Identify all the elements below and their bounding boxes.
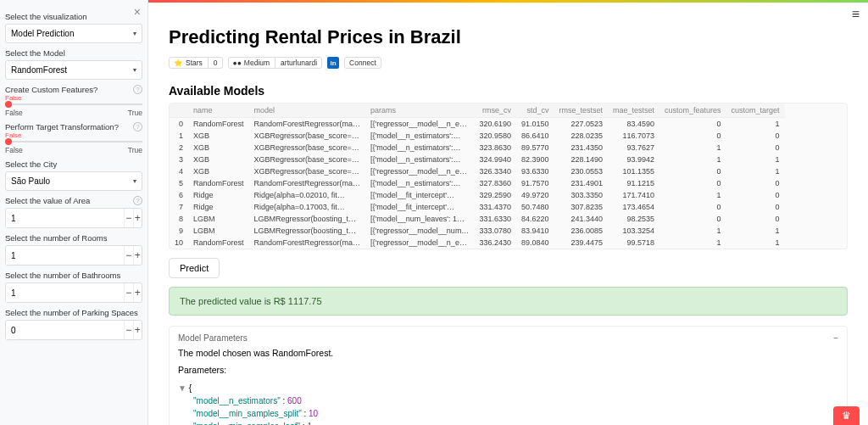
- models-table: namemodelparamsrmse_cvstd_cvrmse_testset…: [170, 103, 785, 249]
- rooms-label: Select the number of Rooms: [5, 233, 142, 243]
- main: ≡ Predicting Rental Prices in Brazil ⭐ S…: [148, 0, 868, 425]
- bath-label: Select the number of Bathrooms: [5, 271, 142, 280]
- minus-button[interactable]: −: [124, 246, 133, 265]
- models-heading: Available Models: [169, 84, 848, 98]
- table-row: 8LGBMLGBMRegressor(boosting_t…[{'model__…: [170, 213, 785, 225]
- model-params-panel: Model Parameters− The model chosen was R…: [169, 326, 848, 425]
- table-row: 1XGBXGBRegressor(base_score=…[{'model__n…: [170, 130, 785, 142]
- trans-label: Perform Target Transformation??: [5, 122, 142, 131]
- feat-slider[interactable]: False: [5, 97, 142, 109]
- table-row: 3XGBXGBRegressor(base_score=…[{'model__n…: [170, 154, 785, 165]
- panel-params-label: Parameters:: [178, 365, 838, 375]
- plus-button[interactable]: +: [133, 209, 142, 227]
- rooms-input[interactable]: [6, 247, 124, 265]
- viz-select[interactable]: Model Prediction▾: [5, 24, 142, 43]
- help-icon[interactable]: ?: [133, 196, 142, 205]
- plus-button[interactable]: +: [133, 321, 142, 339]
- bath-stepper[interactable]: −+: [5, 282, 142, 303]
- linkedin-icon[interactable]: in: [327, 57, 339, 69]
- models-table-wrap: namemodelparamsrmse_cvstd_cvrmse_testset…: [169, 103, 848, 249]
- table-row: 4XGBXGBRegressor(base_score=…[{'regresso…: [170, 165, 785, 177]
- minus-button[interactable]: −: [124, 209, 133, 227]
- trans-slider[interactable]: False: [5, 134, 142, 146]
- park-stepper[interactable]: −+: [5, 320, 142, 340]
- connect-badge[interactable]: Connect: [344, 57, 381, 69]
- page-title: Predicting Rental Prices in Brazil: [169, 26, 848, 48]
- panel-chosen: The model chosen was RandomForest.: [178, 348, 838, 358]
- table-row: 7RidgeRidge(alpha=0.17003, fit…[{'model_…: [170, 201, 785, 213]
- park-label: Select the number of Parking Spaces: [5, 308, 142, 317]
- help-icon[interactable]: ?: [133, 85, 142, 94]
- prediction-alert: The predicted value is R$ 1117.75: [169, 287, 848, 316]
- rooms-stepper[interactable]: −+: [5, 245, 142, 266]
- table-row: 0RandomForestRandomForestRegressor(ma…[{…: [170, 118, 785, 131]
- close-icon[interactable]: ×: [134, 5, 141, 19]
- model-select[interactable]: RandomForest▾: [5, 60, 142, 80]
- area-stepper[interactable]: −+: [5, 208, 142, 228]
- minus-button[interactable]: −: [124, 321, 133, 339]
- chevron-down-icon: ▾: [133, 177, 136, 185]
- table-row: 5RandomForestRandomForestRegressor(ma…[{…: [170, 177, 785, 189]
- area-label: Select the value of Area?: [5, 196, 142, 205]
- chevron-down-icon: ▾: [133, 30, 136, 37]
- bath-input[interactable]: [6, 284, 124, 302]
- chevron-down-icon: ▾: [133, 66, 136, 74]
- park-input[interactable]: [6, 322, 124, 339]
- city-label: Select the City: [5, 159, 142, 169]
- table-row: 6RidgeRidge(alpha=0.02010, fit…[{'model_…: [170, 189, 785, 201]
- json-view: ▼ { "model__n_estimators" : 600"model__m…: [178, 382, 838, 425]
- plus-button[interactable]: +: [133, 246, 142, 265]
- collapse-icon[interactable]: −: [833, 333, 838, 343]
- plus-button[interactable]: +: [133, 283, 142, 302]
- minus-button[interactable]: −: [124, 283, 133, 302]
- sidebar: × Select the visualization Model Predict…: [0, 0, 148, 425]
- table-row: 2XGBXGBRegressor(base_score=…[{'model__n…: [170, 142, 785, 154]
- crown-badge[interactable]: ♛: [833, 406, 860, 425]
- hamburger-icon[interactable]: ≡: [852, 7, 860, 22]
- feat-label: Create Custom Features??: [5, 85, 142, 94]
- predict-button[interactable]: Predict: [169, 258, 220, 278]
- github-stars-badge[interactable]: ⭐ Stars0: [169, 57, 223, 69]
- model-label: Select the Model: [5, 48, 142, 58]
- viz-label: Select the visualization: [5, 12, 142, 21]
- medium-badge[interactable]: ●● Mediumarturlunardi: [228, 57, 323, 69]
- badges: ⭐ Stars0 ●● Mediumarturlunardi in Connec…: [169, 57, 848, 69]
- panel-title: Model Parameters: [178, 333, 248, 343]
- table-row: 9LGBMLGBMRegressor(boosting_t…[{'regress…: [170, 225, 785, 237]
- city-select[interactable]: São Paulo▾: [5, 171, 142, 191]
- table-row: 10RandomForestRandomForestRegressor(ma…[…: [170, 237, 785, 249]
- area-input[interactable]: [6, 210, 124, 227]
- help-icon[interactable]: ?: [133, 122, 142, 131]
